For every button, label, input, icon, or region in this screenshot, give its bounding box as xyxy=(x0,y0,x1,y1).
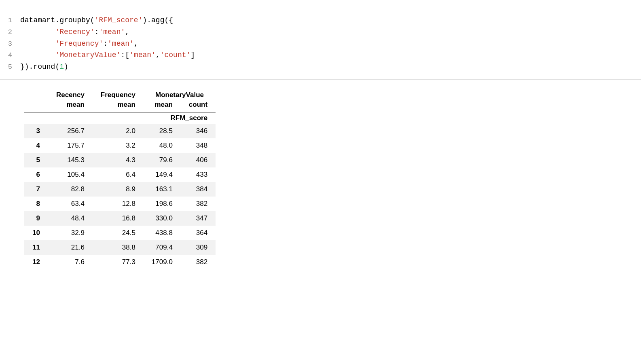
code-line-5: 5 }).round(1) xyxy=(0,61,633,73)
code-line-3: 3 'Frequency':'mean', xyxy=(0,38,633,50)
cell-frequency_mean: 12.8 xyxy=(93,197,144,211)
cell-monetary_count: 348 xyxy=(181,138,216,153)
cell-frequency_mean: 6.4 xyxy=(93,167,144,182)
code-line-1: 1 datamart.groupby('RFM_score').agg({ xyxy=(0,15,633,26)
cell-frequency_mean: 38.8 xyxy=(93,240,144,255)
cell-monetary_count: 309 xyxy=(181,240,216,255)
code-text-3: 'Frequency':'mean', xyxy=(20,38,138,50)
empty-corner-sub xyxy=(24,100,48,112)
table-row: 5145.34.379.6406 xyxy=(24,153,216,167)
cell-monetary_count: 382 xyxy=(181,255,216,269)
subheader-monetary-mean: mean xyxy=(144,100,181,112)
code-line-4: 4 'MonetaryValue':['mean','count'] xyxy=(0,49,633,61)
cell-recency_mean: 63.4 xyxy=(48,197,93,211)
dataframe-table: Recency Frequency MonetaryValue mean mea… xyxy=(24,88,216,269)
cell-frequency_mean: 77.3 xyxy=(93,255,144,269)
cell-monetary_mean: 149.4 xyxy=(144,167,181,182)
row-index: 7 xyxy=(24,182,48,197)
row-index: 4 xyxy=(24,138,48,153)
subheader-recency-mean: mean xyxy=(48,100,93,112)
table-row: 3256.72.028.5346 xyxy=(24,124,216,138)
row-index: 11 xyxy=(24,240,48,255)
subheader-monetary-count: count xyxy=(181,100,216,112)
line-number-4: 4 xyxy=(0,50,20,61)
code-lines: 1 datamart.groupby('RFM_score').agg({ 2 … xyxy=(0,15,633,73)
cell-monetary_mean: 79.6 xyxy=(144,153,181,167)
table-row: 1032.924.5438.8364 xyxy=(24,226,216,240)
line-number-5: 5 xyxy=(0,61,20,72)
cell-recency_mean: 105.4 xyxy=(48,167,93,182)
cell-monetary_count: 382 xyxy=(181,197,216,211)
code-text-2: 'Recency':'mean', xyxy=(20,26,129,38)
cell-monetary_count: 364 xyxy=(181,226,216,240)
cell-monetary_count: 346 xyxy=(181,124,216,138)
table-row: 1121.638.8709.4309 xyxy=(24,240,216,255)
row-index: 8 xyxy=(24,197,48,211)
row-index: 9 xyxy=(24,211,48,226)
cell-frequency_mean: 2.0 xyxy=(93,124,144,138)
line-number-2: 2 xyxy=(0,27,20,38)
table-row: 4175.73.248.0348 xyxy=(24,138,216,153)
row-index: 10 xyxy=(24,226,48,240)
cell-frequency_mean: 8.9 xyxy=(93,182,144,197)
cell-monetary_count: 347 xyxy=(181,211,216,226)
cell-monetary_mean: 709.4 xyxy=(144,240,181,255)
cell-frequency_mean: 16.8 xyxy=(93,211,144,226)
row-index: 12 xyxy=(24,255,48,269)
col-group-frequency: Frequency xyxy=(93,88,144,100)
cell-monetary_mean: 198.6 xyxy=(144,197,181,211)
line-number-1: 1 xyxy=(0,15,20,26)
cell-monetary_mean: 438.8 xyxy=(144,226,181,240)
code-line-2: 2 'Recency':'mean', xyxy=(0,26,633,38)
cell-monetary_count: 384 xyxy=(181,182,216,197)
subheader-frequency-mean: mean xyxy=(93,100,144,112)
empty-corner-top xyxy=(24,88,48,100)
cell-recency_mean: 21.6 xyxy=(48,240,93,255)
cell-monetary_count: 433 xyxy=(181,167,216,182)
index-label-row: RFM_score xyxy=(24,112,216,124)
col-group-monetaryvalue: MonetaryValue xyxy=(144,88,216,100)
table-row: 127.677.31709.0382 xyxy=(24,255,216,269)
sub-header-row: mean mean mean count xyxy=(24,100,216,112)
row-index: 5 xyxy=(24,153,48,167)
cell-monetary_mean: 163.1 xyxy=(144,182,181,197)
table-row: 6105.46.4149.4433 xyxy=(24,167,216,182)
cell-recency_mean: 145.3 xyxy=(48,153,93,167)
col-group-header-row: Recency Frequency MonetaryValue xyxy=(24,88,216,100)
code-text-1: datamart.groupby('RFM_score').agg({ xyxy=(20,15,173,26)
cell-frequency_mean: 3.2 xyxy=(93,138,144,153)
cell-recency_mean: 256.7 xyxy=(48,124,93,138)
code-text-5: }).round(1) xyxy=(20,61,68,73)
code-text-4: 'MonetaryValue':['mean','count'] xyxy=(20,49,195,61)
output-section: Recency Frequency MonetaryValue mean mea… xyxy=(0,80,641,269)
cell-recency_mean: 175.7 xyxy=(48,138,93,153)
cell-monetary_mean: 28.5 xyxy=(144,124,181,138)
row-index: 3 xyxy=(24,124,48,138)
table-row: 948.416.8330.0347 xyxy=(24,211,216,226)
index-label: RFM_score xyxy=(24,112,216,124)
cell-monetary_mean: 48.0 xyxy=(144,138,181,153)
cell-recency_mean: 48.4 xyxy=(48,211,93,226)
table-row: 782.88.9163.1384 xyxy=(24,182,216,197)
cell-recency_mean: 32.9 xyxy=(48,226,93,240)
col-group-recency: Recency xyxy=(48,88,93,100)
line-number-3: 3 xyxy=(0,38,20,49)
code-block: 1 datamart.groupby('RFM_score').agg({ 2 … xyxy=(0,8,641,80)
cell-frequency_mean: 24.5 xyxy=(93,226,144,240)
cell-monetary_mean: 330.0 xyxy=(144,211,181,226)
table-row: 863.412.8198.6382 xyxy=(24,197,216,211)
cell-recency_mean: 82.8 xyxy=(48,182,93,197)
cell-frequency_mean: 4.3 xyxy=(93,153,144,167)
cell-monetary_mean: 1709.0 xyxy=(144,255,181,269)
cell-monetary_count: 406 xyxy=(181,153,216,167)
notebook-cell: 1 datamart.groupby('RFM_score').agg({ 2 … xyxy=(0,0,641,269)
row-index: 6 xyxy=(24,167,48,182)
cell-recency_mean: 7.6 xyxy=(48,255,93,269)
